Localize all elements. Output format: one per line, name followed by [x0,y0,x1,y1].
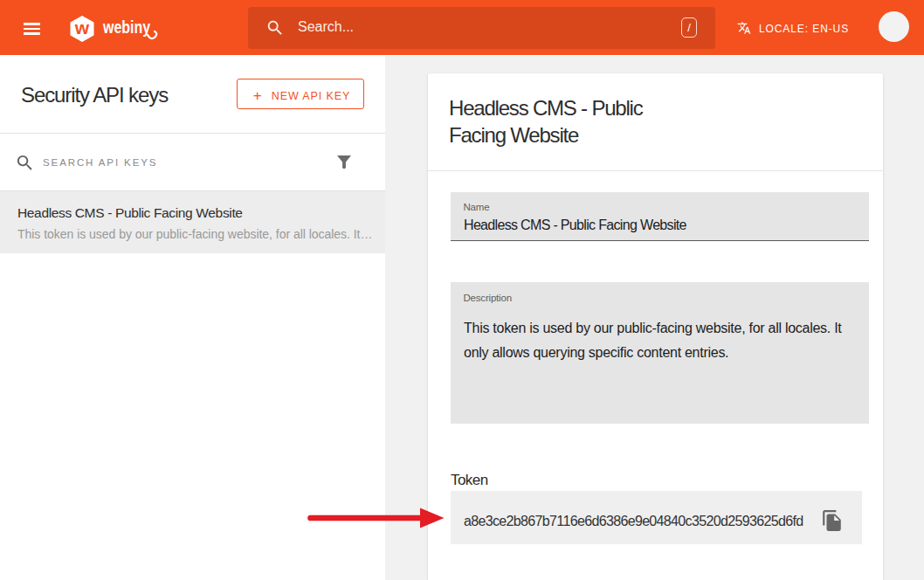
svg-text:w: w [74,17,90,38]
svg-text:webiny: webiny [102,17,150,37]
